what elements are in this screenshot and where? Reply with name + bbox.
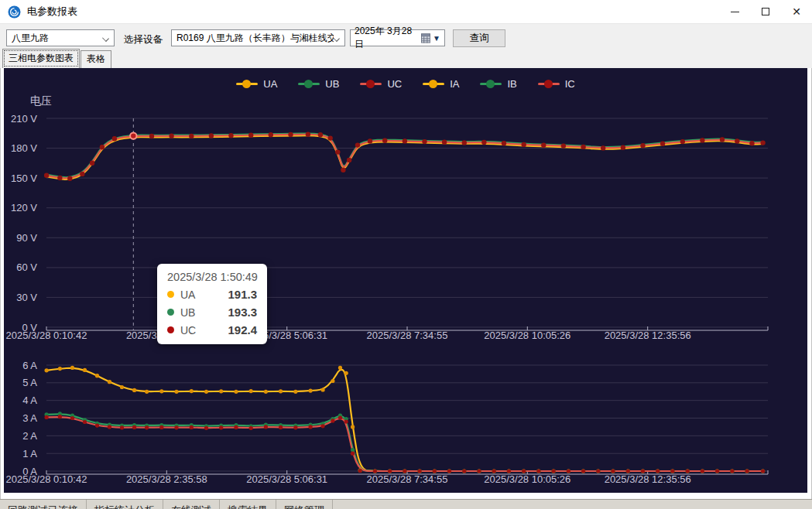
svg-text:4 A: 4 A — [22, 395, 37, 406]
tab-three-phase-chart[interactable]: 三相电参数图表 — [2, 49, 80, 68]
device-combobox[interactable]: R0169 八里九路（长丰路）与湘桂线交 — [171, 29, 345, 46]
minimize-icon — [731, 12, 739, 12]
tooltip-timestamp: 2025/3/28 1:50:49 — [167, 271, 257, 283]
chart-panel: UA UB UC IA IB IC 电压210 V180 V150 V120 V… — [4, 68, 807, 493]
svg-text:120 V: 120 V — [11, 202, 37, 214]
svg-text:5 A: 5 A — [22, 377, 37, 388]
svg-text:2025/3/28 12:35:56: 2025/3/28 12:35:56 — [605, 330, 691, 341]
series-dot-icon — [167, 326, 174, 333]
app-window: { "window": { "title": "电参数报表" }, "toolb… — [0, 0, 812, 509]
date-picker-value: 2025年 3月28日 — [355, 25, 416, 51]
svg-text:2025/3/28 10:05:26: 2025/3/28 10:05:26 — [484, 473, 570, 485]
legend-item-IA[interactable]: IA — [423, 78, 459, 90]
svg-text:2025/3/28 5:06:31: 2025/3/28 5:06:31 — [246, 473, 327, 485]
status-bar-item[interactable]: 指标统计分析 — [87, 500, 163, 509]
minimize-button[interactable] — [719, 0, 750, 23]
legend-label: UB — [325, 78, 339, 90]
svg-text:2025/3/28 2:35:58: 2025/3/28 2:35:58 — [126, 473, 207, 485]
maximize-button[interactable] — [750, 0, 781, 23]
legend-label: UA — [263, 78, 277, 90]
svg-text:2025/3/28 0:10:42: 2025/3/28 0:10:42 — [6, 330, 87, 341]
status-bar-item[interactable]: 回路测试已连接 — [0, 500, 87, 509]
legend-label: IA — [450, 78, 459, 90]
tooltip-row: UA 191.3 — [167, 288, 257, 301]
query-button[interactable]: 查询 — [453, 29, 505, 47]
svg-text:30 V: 30 V — [16, 292, 37, 303]
legend-label: UC — [387, 78, 402, 90]
close-button[interactable]: ✕ — [781, 0, 812, 23]
calendar-icon — [421, 33, 430, 43]
legend-marker-icon — [298, 80, 320, 88]
svg-text:电压: 电压 — [30, 94, 52, 107]
legend-marker-icon — [236, 80, 258, 88]
tooltip-series-value: 191.3 — [228, 288, 257, 301]
svg-text:3 A: 3 A — [22, 412, 37, 424]
svg-text:2025/3/28 12:35:56: 2025/3/28 12:35:56 — [605, 473, 691, 485]
area-combobox-value: 八里九路 — [12, 32, 49, 45]
svg-text:2025/3/28 7:34:55: 2025/3/28 7:34:55 — [367, 473, 448, 485]
status-bar-item[interactable]: 在线测试 — [163, 500, 220, 509]
legend-label: IC — [565, 78, 575, 90]
tab-strip: 三相电参数图表 表格 — [0, 51, 812, 68]
svg-text:1 A: 1 A — [22, 448, 37, 459]
legend-item-IB[interactable]: IB — [480, 78, 516, 90]
status-bar-item[interactable]: 搜索结果 — [220, 500, 276, 509]
svg-text:150 V: 150 V — [11, 173, 37, 184]
legend-marker-icon — [480, 80, 502, 88]
current-chart[interactable]: 6 A5 A4 A3 A2 A1 A0 A2025/3/28 0:10:4220… — [4, 348, 807, 493]
close-icon: ✕ — [792, 6, 801, 17]
series-dot-icon — [167, 291, 174, 298]
svg-text:2025/3/28 0:10:42: 2025/3/28 0:10:42 — [6, 473, 87, 485]
tooltip-row: UB 193.3 — [167, 306, 257, 319]
chart-tooltip: 2025/3/28 1:50:49 UA 191.3 UB 193.3 UC 1… — [157, 264, 267, 344]
svg-text:60 V: 60 V — [16, 261, 37, 273]
voltage-chart[interactable]: 电压210 V180 V150 V120 V90 V60 V30 V0 V202… — [4, 68, 807, 348]
maximize-icon — [762, 8, 769, 15]
legend-marker-icon — [423, 80, 444, 88]
svg-text:90 V: 90 V — [16, 232, 37, 244]
tooltip-series-label: UA — [180, 289, 195, 301]
legend-label: IB — [507, 78, 516, 90]
svg-text:2025/3/28 10:05:26: 2025/3/28 10:05:26 — [484, 330, 570, 341]
legend-item-UB[interactable]: UB — [298, 78, 339, 90]
status-bar: 回路测试已连接指标统计分析在线测试搜索结果网络管理 — [0, 499, 812, 509]
svg-text:180 V: 180 V — [11, 142, 37, 154]
tooltip-series-label: UC — [180, 324, 196, 336]
tooltip-series-value: 193.3 — [228, 306, 257, 319]
svg-text:6 A: 6 A — [22, 360, 37, 371]
tooltip-row: UC 192.4 — [167, 323, 257, 336]
status-bar-item[interactable]: 网络管理 — [276, 500, 333, 509]
device-label: 选择设备 — [124, 33, 163, 46]
legend-marker-icon — [360, 80, 382, 88]
chevron-down-icon — [334, 35, 340, 41]
title-bar: 电参数报表 ✕ — [0, 0, 812, 23]
chart-legend: UA UB UC IA IB IC — [4, 78, 807, 90]
device-combobox-value: R0169 八里九路（长丰路）与湘桂线交 — [176, 32, 334, 45]
legend-item-UA[interactable]: UA — [236, 78, 277, 90]
window-title: 电参数报表 — [27, 5, 77, 19]
tooltip-series-value: 192.4 — [228, 323, 257, 336]
legend-marker-icon — [538, 80, 560, 88]
dropdown-arrow-icon: ▼ — [433, 34, 440, 43]
legend-item-IC[interactable]: IC — [538, 78, 575, 90]
date-picker[interactable]: 2025年 3月28日 ▼ — [350, 29, 445, 46]
svg-text:2 A: 2 A — [22, 430, 37, 442]
svg-text:210 V: 210 V — [11, 113, 37, 125]
legend-item-UC[interactable]: UC — [360, 78, 402, 90]
query-toolbar: 八里九路 选择设备 R0169 八里九路（长丰路）与湘桂线交 2025年 3月2… — [0, 23, 812, 51]
svg-text:2025/3/28 7:34:55: 2025/3/28 7:34:55 — [367, 330, 448, 341]
tab-table[interactable]: 表格 — [81, 50, 111, 68]
area-combobox[interactable]: 八里九路 — [6, 29, 115, 46]
tooltip-series-label: UB — [180, 306, 195, 319]
app-icon — [8, 5, 21, 19]
chevron-down-icon — [103, 35, 109, 41]
series-dot-icon — [167, 309, 174, 316]
